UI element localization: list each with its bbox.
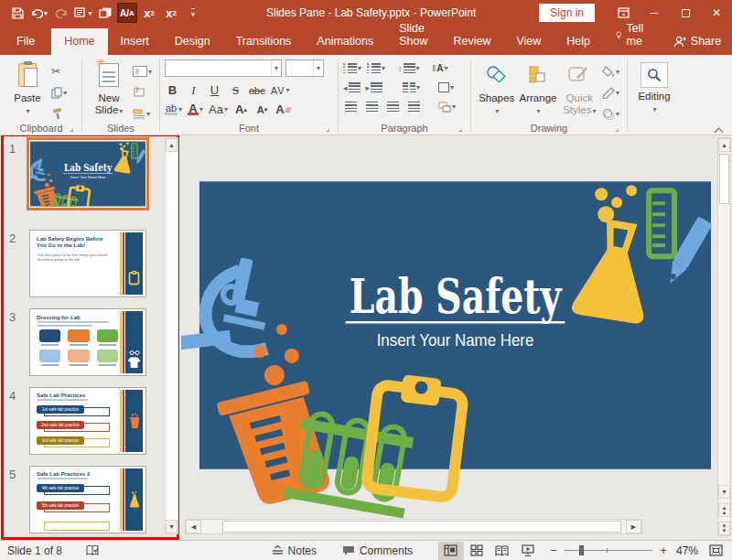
underline-button[interactable]: U <box>207 81 222 99</box>
customize-qat-button[interactable] <box>183 3 203 23</box>
slide-3-thumbnail[interactable]: Dressing for Lab <box>29 308 146 376</box>
paragraph-dialog-launcher[interactable]: ⌟ <box>458 124 468 133</box>
scroll-up-button[interactable]: ▲ <box>718 138 730 152</box>
section-button[interactable] <box>131 104 154 123</box>
shapes-button[interactable]: Shapes <box>476 59 517 117</box>
save-button[interactable] <box>7 3 27 23</box>
slide-sorter-view-button[interactable] <box>464 542 490 560</box>
align-right-button[interactable] <box>385 98 401 115</box>
align-center-button[interactable] <box>364 98 380 115</box>
tab-view[interactable]: View <box>503 28 554 55</box>
horizontal-scroll-thumb[interactable] <box>222 521 621 533</box>
text-shadow-button[interactable]: abc <box>249 81 265 99</box>
spell-check-icon[interactable] <box>86 544 100 557</box>
align-text-button[interactable] <box>438 79 454 96</box>
justify-button[interactable] <box>406 98 422 115</box>
shape-effects-button[interactable] <box>600 104 622 123</box>
vertical-scrollbar[interactable]: ▲ ▼ ▲▲ ▼▼ <box>717 137 731 536</box>
undo-button[interactable] <box>29 3 49 23</box>
new-slide-qat-button[interactable] <box>95 3 115 23</box>
highlight-color-button[interactable]: ab <box>165 101 182 118</box>
tab-design[interactable]: Design <box>162 28 223 55</box>
zoom-level[interactable]: 47% <box>676 544 698 557</box>
redo-button[interactable] <box>51 3 71 23</box>
clipboard-dialog-launcher[interactable]: ⌟ <box>70 124 79 133</box>
reading-view-button[interactable] <box>490 542 515 560</box>
convert-to-smartart-button[interactable] <box>438 98 456 115</box>
slide-show-button[interactable] <box>515 542 541 560</box>
fit-slide-to-window-button[interactable] <box>698 541 732 560</box>
align-left-button[interactable] <box>343 98 359 115</box>
columns-button[interactable] <box>403 79 420 96</box>
notes-button[interactable]: Notes <box>259 541 329 560</box>
scroll-right-button[interactable]: ▶ <box>626 520 641 533</box>
slide-editor-canvas[interactable]: ◀ ▶ ▲ ▼ ▲▲ ▼▼ <box>181 135 732 540</box>
share-button[interactable]: Share <box>661 28 732 55</box>
tab-slide-show[interactable]: Slide Show <box>386 16 440 55</box>
tab-transitions[interactable]: Transitions <box>223 28 305 55</box>
slide-5-thumbnail[interactable]: Safe Lab Practices 2 4th safe lab practi… <box>29 466 146 533</box>
previous-slide-button[interactable]: ▲▲ <box>718 503 730 517</box>
subscript-qat-button[interactable]: x2 <box>139 3 159 23</box>
new-slide-button[interactable]: New Slide <box>87 59 131 117</box>
tab-tell-me[interactable]: Tell me <box>603 16 661 55</box>
slide-4-thumbnail[interactable]: Safe Lab Practices 1st safe lab practice… <box>29 387 146 455</box>
increase-indent-button[interactable]: ▸ <box>366 79 383 96</box>
shrink-font-button[interactable]: A▾ <box>254 101 270 118</box>
scroll-left-button[interactable]: ◀ <box>186 520 201 533</box>
tab-review[interactable]: Review <box>440 28 503 55</box>
maximize-button[interactable] <box>670 1 701 25</box>
comments-button[interactable]: Comments <box>329 541 425 560</box>
paste-button[interactable]: Paste <box>5 59 49 117</box>
strikethrough-button[interactable]: S <box>228 81 243 99</box>
tab-insert[interactable]: Insert <box>108 28 162 55</box>
font-dialog-qat-button[interactable]: A/A <box>117 3 137 23</box>
reset-slide-button[interactable] <box>131 83 154 102</box>
tab-home[interactable]: Home <box>51 28 107 55</box>
editing-button[interactable]: Editing <box>632 59 676 115</box>
close-button[interactable]: ✕ <box>701 1 732 25</box>
pane-scroll-up-button[interactable]: ▲ <box>166 138 178 152</box>
drawing-dialog-launcher[interactable]: ⌟ <box>615 124 624 133</box>
normal-view-button[interactable] <box>438 542 464 560</box>
superscript-qat-button[interactable]: x2 <box>161 3 181 23</box>
tab-file[interactable]: File <box>0 28 51 55</box>
zoom-out-button[interactable]: − <box>548 544 559 557</box>
slide-2-thumbnail[interactable]: Lab Safety Begins Before You Go to the L… <box>29 230 146 297</box>
start-from-beginning-button[interactable] <box>73 3 93 23</box>
zoom-in-button[interactable]: + <box>658 544 669 557</box>
font-name-combobox[interactable]: ▾ <box>165 59 282 77</box>
numbering-button[interactable] <box>367 59 385 77</box>
cut-button[interactable]: ✂ <box>49 62 71 81</box>
copy-button[interactable] <box>49 83 71 102</box>
pane-scroll-down-button[interactable]: ▼ <box>166 520 178 533</box>
format-painter-button[interactable] <box>49 104 71 123</box>
tab-help[interactable]: Help <box>554 28 603 55</box>
slides-pane-scrollbar[interactable]: ▲ ▼ <box>165 137 178 534</box>
font-size-combobox[interactable]: ▾ <box>285 59 324 77</box>
bullets-button[interactable] <box>343 59 361 77</box>
shape-outline-button[interactable] <box>600 83 622 102</box>
change-case-button[interactable]: Aa <box>209 101 228 118</box>
line-spacing-button[interactable]: ↕ <box>398 59 420 77</box>
zoom-slider[interactable] <box>565 550 652 551</box>
slide-layout-button[interactable] <box>131 62 154 81</box>
quick-styles-button[interactable]: Quick Styles <box>559 59 600 117</box>
sign-in-button[interactable]: Sign in <box>539 4 595 22</box>
slide-1-thumbnail[interactable] <box>29 140 146 208</box>
tab-animations[interactable]: Animations <box>304 28 386 55</box>
text-direction-button[interactable]: ‖A <box>433 59 448 77</box>
clear-formatting-button[interactable]: A <box>275 101 291 118</box>
zoom-slider-thumb[interactable] <box>579 545 584 555</box>
shape-fill-button[interactable] <box>600 62 622 81</box>
bold-button[interactable]: B <box>165 81 180 99</box>
scroll-down-button[interactable]: ▼ <box>718 485 730 499</box>
next-slide-button[interactable]: ▼▼ <box>718 522 730 535</box>
font-dialog-launcher[interactable]: ⌟ <box>326 124 335 133</box>
font-color-button[interactable]: A <box>188 101 203 118</box>
italic-button[interactable]: I <box>186 81 201 99</box>
grow-font-button[interactable]: A▴ <box>233 101 249 118</box>
horizontal-scrollbar[interactable]: ◀ ▶ <box>185 519 642 534</box>
character-spacing-button[interactable]: AV <box>271 81 291 99</box>
current-slide[interactable] <box>199 181 711 469</box>
